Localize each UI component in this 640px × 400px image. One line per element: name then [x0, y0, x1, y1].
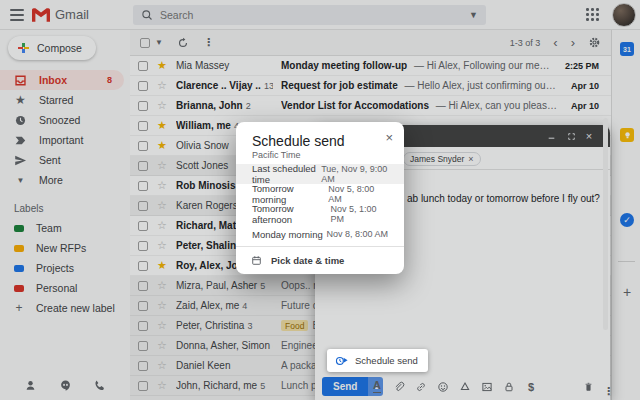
email-row[interactable]: ★Mia MasseyMonday meeting follow-up — Hi…	[130, 56, 611, 76]
gmail-logo[interactable]: Gmail	[32, 7, 89, 22]
star-outline-icon[interactable]: ☆	[156, 180, 168, 191]
email-row[interactable]: ☆Clarence .. Vijay ..13Request for job e…	[130, 76, 611, 96]
star-outline-icon[interactable]: ☆	[156, 220, 168, 231]
star-outline-icon[interactable]: ☆	[156, 320, 168, 331]
newer-page-icon[interactable]: ‹	[553, 36, 557, 49]
star-outline-icon[interactable]: ☆	[156, 300, 168, 311]
row-checkbox[interactable]	[138, 141, 148, 151]
row-checkbox[interactable]	[138, 281, 148, 291]
emoji-icon[interactable]	[437, 381, 449, 393]
sidebar-item-inbox[interactable]: Inbox8	[0, 70, 124, 90]
row-checkbox[interactable]	[138, 341, 148, 351]
star-outline-icon[interactable]: ☆	[156, 80, 168, 91]
schedule-option-tomorrow-morning[interactable]: Tomorrow morningNov 5, 8:00 AM	[236, 184, 404, 204]
older-page-icon[interactable]: ›	[571, 36, 575, 49]
phone-icon[interactable]	[93, 379, 106, 392]
row-checkbox[interactable]	[138, 121, 148, 131]
label-chip[interactable]: Food	[281, 320, 308, 331]
panel-divider	[618, 261, 635, 262]
search-bar[interactable]: ▼	[133, 5, 486, 25]
image-icon[interactable]	[481, 381, 493, 393]
star-outline-icon[interactable]: ☆	[156, 240, 168, 251]
send-button[interactable]: Send	[322, 377, 368, 396]
star-outline-icon[interactable]: ☆	[156, 160, 168, 171]
row-checkbox[interactable]	[138, 301, 148, 311]
row-checkbox[interactable]	[138, 81, 148, 91]
star-filled-icon[interactable]: ★	[156, 140, 168, 151]
row-checkbox[interactable]	[138, 101, 148, 111]
star-filled-icon[interactable]: ★	[156, 60, 168, 71]
schedule-option-monday-morning[interactable]: Monday morningNov 8, 8:00 AM	[236, 224, 404, 244]
select-caret-icon[interactable]: ▼	[155, 38, 163, 47]
chip-close-icon[interactable]: ×	[468, 154, 473, 164]
money-icon[interactable]: $	[525, 381, 537, 393]
list-scrollbar[interactable]	[603, 118, 608, 330]
sidebar-label-text: Personal	[36, 282, 77, 294]
apps-grid-icon[interactable]	[586, 8, 599, 21]
keep-icon[interactable]	[620, 128, 634, 142]
contacts-icon[interactable]	[24, 379, 37, 392]
row-checkbox[interactable]	[138, 61, 148, 71]
close-icon[interactable]: ×	[583, 130, 595, 142]
star-outline-icon[interactable]: ☆	[156, 360, 168, 371]
sidebar-label-projects[interactable]: Projects	[0, 258, 130, 278]
refresh-icon[interactable]	[177, 37, 189, 49]
label-tag-icon	[14, 285, 24, 292]
dialog-close-icon[interactable]: ×	[385, 131, 393, 144]
row-checkbox[interactable]	[138, 221, 148, 231]
sidebar-item-snoozed[interactable]: Snoozed	[0, 110, 130, 130]
sidebar-item-starred[interactable]: ★Starred	[0, 90, 130, 110]
trash-icon[interactable]	[583, 381, 594, 393]
sidebar-item-sent[interactable]: Sent	[0, 150, 130, 170]
row-checkbox[interactable]	[138, 181, 148, 191]
star-outline-icon[interactable]: ☆	[156, 340, 168, 351]
more-options-icon[interactable]: ⋮	[603, 381, 614, 393]
row-checkbox[interactable]	[138, 381, 148, 391]
minimize-icon[interactable]	[545, 130, 557, 142]
sidebar-item-more[interactable]: ▼More	[0, 170, 130, 190]
create-new-label-button[interactable]: +Create new label	[0, 298, 130, 318]
sidebar-label-text: New RFPs	[36, 242, 86, 254]
row-checkbox[interactable]	[138, 161, 148, 171]
more-list-options-icon[interactable]: ⋮	[203, 36, 214, 49]
tasks-icon[interactable]: ✓	[620, 213, 634, 227]
pick-date-time-option[interactable]: Pick date & time	[236, 248, 404, 272]
select-all-checkbox[interactable]	[140, 38, 150, 48]
sidebar-item-important[interactable]: Important	[0, 130, 130, 150]
row-checkbox[interactable]	[138, 361, 148, 371]
sidebar-label-team[interactable]: Team	[0, 218, 130, 238]
search-options-caret-icon[interactable]: ▼	[469, 10, 478, 20]
row-checkbox[interactable]	[138, 321, 148, 331]
sidebar-label-personal[interactable]: Personal	[0, 278, 130, 298]
compose-body-text[interactable]: ab lunch today or tomorrow before I fly …	[407, 193, 600, 204]
schedule-option-tomorrow-afternoon[interactable]: Tomorrow afternoonNov 5, 1:00 PM	[236, 204, 404, 224]
add-panel-icon[interactable]: +	[620, 284, 634, 298]
confidential-icon[interactable]	[503, 381, 515, 393]
star-filled-icon[interactable]: ★	[156, 260, 168, 271]
schedule-send-menu-item[interactable]: Schedule send	[327, 349, 428, 372]
star-filled-icon[interactable]: ★	[156, 120, 168, 131]
email-row[interactable]: ☆Brianna, John2Vendor List for Accomodat…	[130, 96, 611, 116]
formatting-icon[interactable]: A	[371, 381, 383, 393]
settings-gear-icon[interactable]	[588, 36, 601, 49]
search-input[interactable]	[160, 9, 462, 21]
hamburger-icon[interactable]	[10, 9, 24, 21]
drive-icon[interactable]	[459, 381, 471, 393]
recipient-chip[interactable]: James Snyder ×	[403, 152, 481, 166]
link-icon[interactable]	[415, 381, 427, 393]
fullscreen-icon[interactable]	[565, 130, 577, 142]
row-checkbox[interactable]	[138, 261, 148, 271]
row-checkbox[interactable]	[138, 241, 148, 251]
star-outline-icon[interactable]: ☆	[156, 280, 168, 291]
schedule-option-last-scheduled-time[interactable]: Last scheduled timeTue, Nov 9, 9:00 AM	[236, 164, 404, 184]
star-outline-icon[interactable]: ☆	[156, 380, 168, 391]
compose-button[interactable]: Compose	[8, 36, 96, 60]
row-checkbox[interactable]	[138, 201, 148, 211]
calendar-icon[interactable]: 31	[620, 42, 634, 56]
star-outline-icon[interactable]: ☆	[156, 200, 168, 211]
attach-icon[interactable]	[393, 381, 405, 393]
hangouts-icon[interactable]	[59, 379, 72, 392]
avatar[interactable]	[612, 3, 636, 27]
star-outline-icon[interactable]: ☆	[156, 100, 168, 111]
sidebar-label-new-rfps[interactable]: New RFPs	[0, 238, 130, 258]
